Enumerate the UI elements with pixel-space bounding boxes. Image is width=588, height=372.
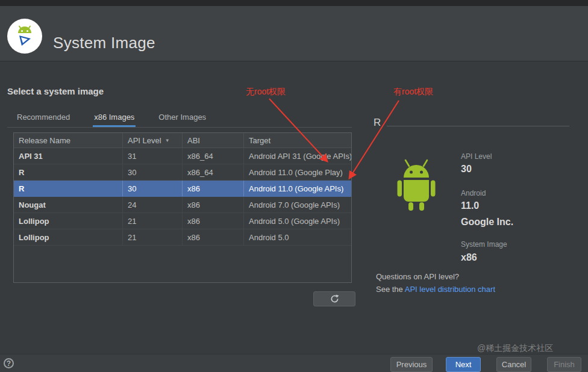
table-cell-api[interactable]: 21 [123,229,183,245]
android-version-value: 11.0 [461,200,479,211]
avd-logo [7,19,42,54]
tab-x86-images[interactable]: x86 Images [93,113,136,127]
table-row[interactable]: Lollipop21x86Android 5.0 (Google APIs) [14,213,351,229]
table-cell-api[interactable]: 24 [123,197,183,212]
selected-image-name: R [374,117,381,129]
android-label: Android [461,189,486,197]
table-cell-target[interactable]: Android 7.0 (Google APIs) [244,197,351,212]
table-cell-target[interactable]: Android API 31 (Google APIs) [244,148,351,164]
column-header-target[interactable]: Target [244,133,351,147]
previous-button[interactable]: Previous [390,357,433,372]
vendor-value: Google Inc. [461,217,513,228]
tab-other-images[interactable]: Other Images [157,113,207,127]
wizard-header: System Image [0,6,588,61]
table-row[interactable]: R30x86Android 11.0 (Google APIs) [14,181,351,197]
table-row[interactable]: Nougat24x86Android 7.0 (Google APIs) [14,197,351,213]
table-cell-target[interactable]: Android 11.0 (Google APIs) [244,181,351,196]
api-level-value: 30 [461,164,472,175]
api-question-text: Questions on API level? [376,272,459,281]
table-cell-abi[interactable]: x86 [183,213,244,229]
annotation-root: 有root权限 [393,87,433,98]
annotation-no-root: 无root权限 [246,87,286,98]
table-cell-abi[interactable]: x86_64 [183,148,244,164]
window-titlebar [0,0,588,6]
column-label: ABI [187,136,200,145]
android-robot-icon [386,157,446,218]
api-link-line: See the API level distribution chart [376,285,495,294]
table-body: API 3131x86_64Android API 31 (Google API… [14,148,351,246]
next-button[interactable]: Next [446,357,481,372]
table-row[interactable]: R30x86_64Android 11.0 (Google Play) [14,164,351,181]
table-cell-api[interactable]: 31 [123,148,183,164]
table-cell-release[interactable]: Lollipop [14,213,123,229]
select-image-heading: Select a system image [7,86,104,96]
column-header-abi[interactable]: ABI [183,133,244,147]
watermark-text: @稀土掘金技术社区 [477,343,553,354]
table-header: Release Name API Level ▼ ABI Target [14,133,351,148]
table-cell-release[interactable]: API 31 [14,148,123,164]
table-cell-release[interactable]: Lollipop [14,229,123,245]
table-cell-abi[interactable]: x86 [183,229,244,245]
column-label: API Level [128,136,161,145]
refresh-icon [330,294,339,303]
help-button[interactable]: ? [4,358,14,368]
table-cell-abi[interactable]: x86 [183,197,244,212]
table-cell-api[interactable]: 30 [123,181,183,196]
refresh-button[interactable] [313,291,355,306]
detail-divider [387,126,569,126]
column-label: Release Name [19,136,70,145]
sort-arrow-icon: ▼ [165,138,170,143]
table-cell-abi[interactable]: x86 [183,181,244,196]
table-row[interactable]: API 3131x86_64Android API 31 (Google API… [14,148,351,164]
column-header-api-level[interactable]: API Level ▼ [123,133,183,147]
table-row[interactable]: Lollipop21x86Android 5.0 [14,229,351,246]
table-cell-release[interactable]: R [14,164,123,180]
column-header-release-name[interactable]: Release Name [14,133,123,147]
table-cell-target[interactable]: Android 11.0 (Google Play) [244,164,351,180]
table-cell-release[interactable]: R [14,181,123,196]
api-level-label: API Level [461,152,492,161]
android-avd-icon [13,24,37,48]
table-cell-abi[interactable]: x86_64 [183,164,244,180]
system-image-table: Release Name API Level ▼ ABI Target API … [13,132,352,283]
column-label: Target [249,136,271,145]
image-tabs: Recommended x86 Images Other Images [7,108,352,128]
table-cell-api[interactable]: 30 [123,164,183,180]
page-title: System Image [53,34,155,52]
tab-recommended[interactable]: Recommended [16,113,71,127]
table-cell-target[interactable]: Android 5.0 [244,229,351,245]
table-cell-target[interactable]: Android 5.0 (Google APIs) [244,213,351,229]
finish-button: Finish [547,357,581,372]
cancel-button[interactable]: Cancel [496,357,531,372]
table-cell-api[interactable]: 21 [123,213,183,229]
see-the-text: See the [376,285,405,294]
system-image-abi-value: x86 [461,252,477,263]
api-distribution-link[interactable]: API level distribution chart [405,285,495,294]
table-cell-release[interactable]: Nougat [14,197,123,212]
system-image-label: System Image [461,240,507,249]
